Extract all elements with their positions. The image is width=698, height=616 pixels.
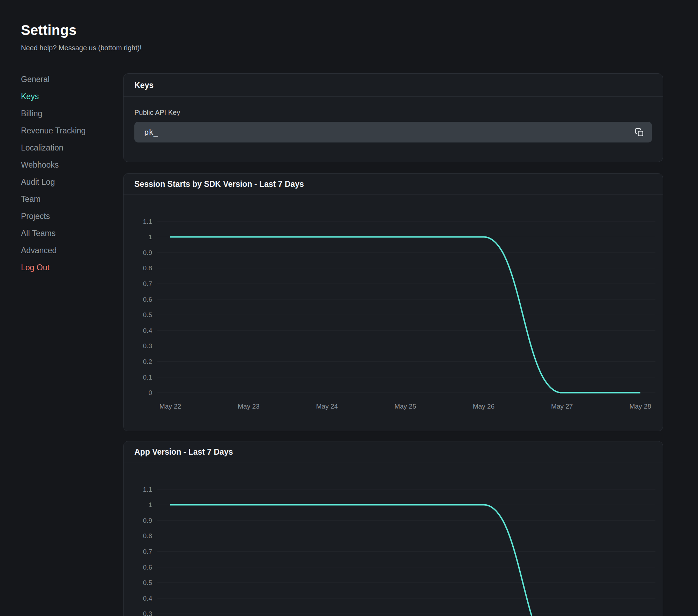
y-tick-label: 0.5 (143, 579, 152, 586)
y-tick-label: 0 (148, 389, 152, 396)
sidebar-item-team[interactable]: Team (21, 191, 108, 208)
sidebar-item-webhooks[interactable]: Webhooks (21, 156, 108, 174)
sidebar-item-billing[interactable]: Billing (21, 105, 108, 122)
copy-icon (635, 128, 644, 137)
y-tick-label: 1.1 (143, 486, 152, 493)
sidebar-item-general[interactable]: General (21, 71, 108, 88)
x-tick-label: May 24 (316, 403, 338, 410)
chart-card-sdk-version: Session Starts by SDK Version - Last 7 D… (123, 173, 663, 431)
sidebar-item-localization[interactable]: Localization (21, 139, 108, 156)
keys-card-body: Public API Key (124, 97, 663, 142)
y-tick-label: 1 (148, 501, 152, 508)
sidebar-item-all-teams[interactable]: All Teams (21, 225, 108, 242)
public-api-key-label: Public API Key (134, 108, 652, 117)
sidebar-item-advanced[interactable]: Advanced (21, 242, 108, 259)
y-tick-label: 0.9 (143, 249, 152, 256)
x-tick-label: May 22 (159, 403, 181, 410)
y-tick-label: 1 (148, 233, 152, 241)
sidebar-item-revenue-tracking[interactable]: Revenue Tracking (21, 122, 108, 139)
charts-container: Session Starts by SDK Version - Last 7 D… (123, 173, 663, 616)
y-tick-label: 0.1 (143, 374, 152, 381)
x-tick-label: May 27 (551, 403, 573, 410)
line-chart: 1.110.90.80.70.60.50.40.30.20.10May 22Ma… (124, 462, 663, 616)
x-tick-label: May 28 (630, 403, 651, 410)
y-tick-label: 0.3 (143, 342, 152, 350)
sidebar-item-log-out[interactable]: Log Out (21, 259, 108, 276)
y-tick-label: 0.9 (143, 517, 152, 524)
y-tick-label: 0.3 (143, 610, 152, 616)
series-line-app-version (170, 505, 640, 616)
api-key-input[interactable] (134, 122, 652, 142)
page-header: Settings Need help? Message us (bottom r… (21, 22, 142, 52)
y-tick-label: 0.6 (143, 296, 152, 303)
page-title: Settings (21, 22, 142, 38)
keys-card: Keys Public API Key (123, 73, 663, 162)
x-tick-label: May 25 (394, 403, 416, 410)
copy-button[interactable] (632, 125, 646, 139)
main-content: Keys Public API Key Session Starts by SD… (123, 73, 663, 616)
y-tick-label: 0.4 (143, 327, 153, 334)
sidebar-item-projects[interactable]: Projects (21, 208, 108, 225)
x-tick-label: May 23 (238, 403, 259, 410)
sidebar-item-keys[interactable]: Keys (21, 88, 108, 105)
chart-card-app-version: App Version - Last 7 Days1.110.90.80.70.… (123, 441, 663, 616)
sidebar: GeneralKeysBillingRevenue TrackingLocali… (21, 71, 108, 276)
y-tick-label: 0.6 (143, 564, 152, 571)
chart-title: App Version - Last 7 Days (124, 441, 663, 462)
line-chart: 1.110.90.80.70.60.50.40.30.20.10May 22Ma… (124, 195, 663, 431)
y-tick-label: 0.8 (143, 264, 152, 272)
y-tick-label: 1.1 (143, 218, 152, 225)
keys-card-title: Keys (124, 74, 663, 97)
api-key-row (134, 122, 652, 142)
y-tick-label: 0.7 (143, 548, 152, 555)
y-tick-label: 0.8 (143, 532, 152, 540)
y-tick-label: 0.2 (143, 358, 152, 365)
x-tick-label: May 26 (473, 403, 495, 410)
y-tick-label: 0.7 (143, 280, 152, 287)
chart-title: Session Starts by SDK Version - Last 7 D… (124, 174, 663, 195)
y-tick-label: 0.5 (143, 311, 152, 318)
y-tick-label: 0.4 (143, 595, 153, 602)
sidebar-item-audit-log[interactable]: Audit Log (21, 174, 108, 191)
page-subtitle: Need help? Message us (bottom right)! (21, 43, 142, 52)
